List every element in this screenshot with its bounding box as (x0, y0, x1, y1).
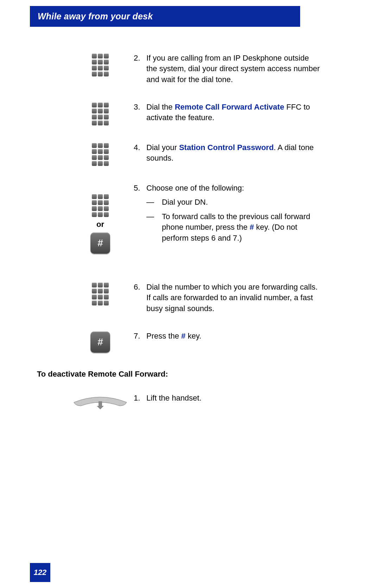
step-3-text: 3. Dial the Remote Call Forward Activate… (134, 102, 320, 123)
step-4-link: Station Control Password (179, 143, 274, 152)
hash-key-icon: # (90, 332, 110, 353)
step-4-number: 4. (134, 142, 146, 164)
step-4-pre: Dial your (146, 143, 179, 152)
step-6-icon-col (67, 282, 134, 305)
page: While away from your desk 2. If you are … (0, 0, 380, 588)
page-number: 122 (30, 563, 50, 582)
step-3-link: Remote Call Forward Activate (175, 103, 284, 111)
deactivate-step-1-body: Lift the handset. (146, 393, 320, 403)
step-7-text: 7. Press the # key. (134, 331, 320, 341)
step-4-body: Dial your Station Control Password. A di… (146, 142, 320, 164)
deactivate-step-1-text: 1. Lift the handset. (134, 393, 320, 403)
deactivate-step-1-icon-col (67, 393, 134, 413)
step-3-icon-col (67, 102, 134, 125)
step-7-post: key. (185, 332, 201, 340)
step-6-row: 6. Dial the number to which you are forw… (67, 282, 320, 314)
step-4-row: 4. Dial your Station Control Password. A… (67, 142, 320, 166)
step-5-opt2-text: To forward calls to the previous call fo… (162, 211, 320, 243)
step-7-body: Press the # key. (146, 331, 320, 341)
header-bar: While away from your desk (30, 6, 300, 27)
step-5-intro: Choose one of the following: (146, 183, 320, 193)
keypad-icon (92, 283, 109, 305)
deactivate-heading: To deactivate Remote Call Forward: (37, 370, 320, 379)
step-4-text: 4. Dial your Station Control Password. A… (134, 142, 320, 164)
step-4-icon-col (67, 142, 134, 166)
step-5-option-1: — Dial your DN. (146, 197, 320, 208)
keypad-icon (92, 194, 109, 217)
step-2-body: If you are calling from an IP Deskphone … (146, 53, 320, 85)
lift-handset-icon (70, 394, 130, 413)
step-3-body: Dial the Remote Call Forward Activate FF… (146, 102, 320, 123)
keypad-icon (92, 103, 109, 125)
step-5-icon-col: or # (67, 183, 134, 254)
page-number-value: 122 (34, 568, 47, 577)
step-5-number: 5. (134, 183, 146, 243)
step-6-body: Dial the number to which you are forward… (146, 282, 320, 314)
hash-glyph: # (97, 336, 103, 348)
hash-glyph: # (97, 237, 103, 249)
deactivate-step-1-number: 1. (134, 393, 146, 403)
step-5-opt1-text: Dial your DN. (162, 197, 208, 208)
content: 2. If you are calling from an IP Deskpho… (67, 53, 320, 430)
step-6-text: 6. Dial the number to which you are forw… (134, 282, 320, 314)
step-7-link: # (181, 332, 185, 340)
dash-icon: — (146, 211, 162, 243)
step-7-icon-col: # (67, 331, 134, 353)
step-7-pre: Press the (146, 332, 181, 340)
step-5-option-2: — To forward calls to the previous call … (146, 211, 320, 243)
keypad-icon (92, 143, 109, 166)
step-6-number: 6. (134, 282, 146, 314)
dash-icon: — (146, 197, 162, 208)
step-3-pre: Dial the (146, 103, 175, 111)
step-2-row: 2. If you are calling from an IP Deskpho… (67, 53, 320, 85)
step-3-row: 3. Dial the Remote Call Forward Activate… (67, 102, 320, 125)
step-2-text: 2. If you are calling from an IP Deskpho… (134, 53, 320, 85)
deactivate-step-1-row: 1. Lift the handset. (67, 393, 320, 413)
step-2-number: 2. (134, 53, 146, 85)
hash-key-icon: # (90, 233, 110, 254)
step-5-opt2-link: # (250, 223, 254, 231)
step-5-row: or # 5. Choose one of the following: — D… (67, 183, 320, 254)
step-3-number: 3. (134, 102, 146, 123)
or-label: or (96, 220, 104, 229)
keypad-icon (92, 54, 109, 76)
header-title: While away from your desk (38, 11, 153, 21)
step-2-icon-col (67, 53, 134, 76)
step-5-text: 5. Choose one of the following: — Dial y… (134, 183, 320, 243)
step-5-body: Choose one of the following: — Dial your… (146, 183, 320, 243)
step-7-number: 7. (134, 331, 146, 341)
step-7-row: # 7. Press the # key. (67, 331, 320, 353)
